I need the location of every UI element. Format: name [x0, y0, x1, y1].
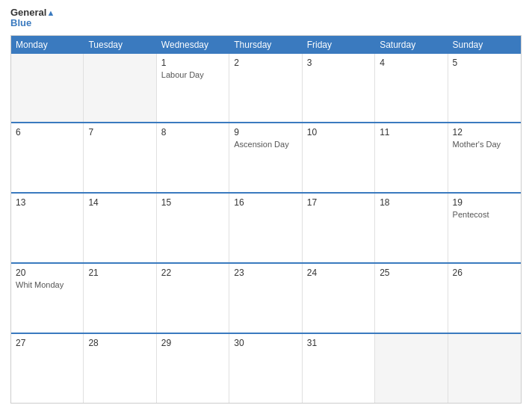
day-cell: 4 — [375, 54, 448, 123]
day-cell: 24 — [303, 264, 375, 333]
day-cell: 30 — [229, 334, 302, 403]
day-cell: 15 — [157, 194, 229, 262]
day-number: 21 — [88, 268, 151, 278]
day-number: 20 — [16, 268, 78, 278]
day-cell: 8 — [157, 123, 229, 192]
day-header-tuesday: Tuesday — [84, 36, 156, 54]
day-cell: 1Labour Day — [157, 54, 229, 123]
day-cell: 31 — [303, 334, 375, 403]
day-cell: 27 — [11, 334, 84, 403]
weeks-container: 1Labour Day23456789Ascension Day101112Mo… — [11, 54, 521, 403]
day-number: 8 — [161, 127, 224, 137]
header: General▲ Blue — [10, 7, 522, 29]
day-header-thursday: Thursday — [229, 36, 302, 54]
day-number: 7 — [88, 127, 151, 137]
calendar-grid: MondayTuesdayWednesdayThursdayFridaySatu… — [10, 35, 522, 404]
day-cell: 3 — [303, 54, 375, 123]
day-number: 5 — [453, 58, 516, 68]
day-cell: 7 — [84, 123, 156, 192]
day-cell: 18 — [375, 194, 448, 262]
day-cell: 12Mother's Day — [448, 123, 521, 192]
logo-text: General▲ Blue — [10, 7, 55, 29]
day-cell: 22 — [157, 264, 229, 333]
day-number: 6 — [16, 127, 78, 137]
day-cell: 23 — [229, 264, 302, 333]
holiday-label: Labour Day — [161, 69, 224, 80]
day-number: 22 — [161, 268, 224, 278]
day-cell — [84, 54, 156, 123]
day-cell: 20Whit Monday — [11, 264, 84, 333]
day-cell: 26 — [448, 264, 521, 333]
day-header-wednesday: Wednesday — [157, 36, 229, 54]
days-header-row: MondayTuesdayWednesdayThursdayFridaySatu… — [11, 36, 521, 54]
day-cell: 19Pentecost — [448, 194, 521, 262]
day-number: 16 — [234, 197, 297, 208]
day-number: 26 — [453, 268, 516, 278]
day-number: 28 — [88, 338, 151, 348]
week-row-2: 6789Ascension Day101112Mother's Day — [11, 122, 521, 192]
day-cell: 10 — [303, 123, 375, 192]
day-number: 3 — [307, 58, 370, 68]
day-number: 30 — [234, 338, 297, 348]
day-cell — [448, 334, 521, 403]
day-number: 24 — [307, 268, 370, 278]
day-header-friday: Friday — [303, 36, 375, 54]
day-number: 23 — [234, 268, 297, 278]
day-header-saturday: Saturday — [375, 36, 448, 54]
day-number: 1 — [161, 58, 224, 68]
day-number: 27 — [16, 338, 78, 348]
week-row-5: 2728293031 — [11, 333, 521, 403]
day-number: 15 — [161, 197, 224, 208]
holiday-label: Ascension Day — [234, 139, 297, 149]
day-cell: 9Ascension Day — [229, 123, 302, 192]
day-cell: 2 — [229, 54, 302, 123]
day-number: 19 — [453, 197, 516, 208]
day-cell: 25 — [375, 264, 448, 333]
day-cell: 5 — [448, 54, 521, 123]
day-cell: 16 — [229, 194, 302, 262]
day-number: 12 — [453, 127, 516, 137]
day-number: 2 — [234, 58, 297, 68]
day-cell: 29 — [157, 334, 229, 403]
day-cell: 6 — [11, 123, 84, 192]
week-row-1: 1Labour Day2345 — [11, 54, 521, 123]
day-number: 31 — [307, 338, 370, 348]
holiday-label: Pentecost — [453, 209, 516, 220]
holiday-label: Whit Monday — [16, 279, 78, 290]
day-header-monday: Monday — [11, 36, 84, 54]
day-cell — [11, 54, 84, 123]
day-cell: 13 — [11, 194, 84, 262]
calendar-page: General▲ Blue MondayTuesdayWednesdayThur… — [0, 0, 532, 411]
day-number: 29 — [161, 338, 224, 348]
week-row-3: 13141516171819Pentecost — [11, 192, 521, 262]
day-number: 4 — [380, 58, 442, 68]
day-number: 10 — [307, 127, 370, 137]
day-number: 18 — [380, 197, 442, 208]
week-row-4: 20Whit Monday212223242526 — [11, 262, 521, 333]
day-cell: 17 — [303, 194, 375, 262]
day-cell — [375, 334, 448, 403]
day-number: 9 — [234, 127, 297, 137]
logo: General▲ Blue — [10, 7, 55, 29]
day-number: 11 — [380, 127, 442, 137]
day-cell: 21 — [84, 264, 156, 333]
holiday-label: Mother's Day — [453, 139, 516, 149]
day-cell: 28 — [84, 334, 156, 403]
day-number: 14 — [88, 197, 151, 208]
day-number: 25 — [380, 268, 442, 278]
day-number: 17 — [307, 197, 370, 208]
day-cell: 11 — [375, 123, 448, 192]
day-number: 13 — [16, 197, 78, 208]
day-cell: 14 — [84, 194, 156, 262]
day-header-sunday: Sunday — [448, 36, 521, 54]
